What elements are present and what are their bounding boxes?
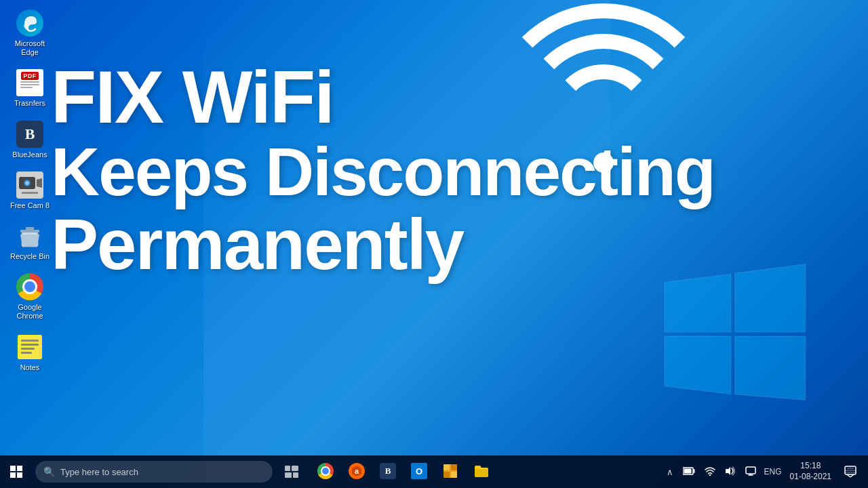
tray-language-indicator[interactable]: ENG bbox=[763, 467, 783, 476]
svg-point-6 bbox=[25, 181, 29, 185]
wifi-dot bbox=[593, 152, 614, 173]
desktop-icon-free-cam[interactable]: Free Cam 8 bbox=[5, 169, 54, 213]
svg-rect-33 bbox=[443, 472, 450, 478]
bluejeans-icon: B bbox=[16, 121, 43, 148]
bluejeans-label: BlueJeans bbox=[12, 150, 47, 159]
tray-notification-button[interactable] bbox=[838, 455, 863, 488]
svg-rect-36 bbox=[693, 469, 694, 473]
svg-rect-15 bbox=[21, 344, 39, 346]
svg-rect-13 bbox=[18, 335, 42, 359]
taskbar-app-bluejeans[interactable]: B bbox=[373, 455, 403, 488]
transfers-label: Trasnfers bbox=[14, 99, 45, 108]
tray-time: 15:18 bbox=[800, 461, 821, 472]
desktop-icon-transfers[interactable]: PDF Trasnfers bbox=[5, 66, 54, 110]
svg-rect-25 bbox=[293, 472, 298, 478]
wifi-symbol bbox=[475, 3, 732, 193]
taskbar-app-chrome[interactable] bbox=[311, 455, 340, 488]
freecam-icon bbox=[16, 171, 43, 199]
svg-rect-24 bbox=[285, 472, 292, 478]
taskbar-app-explorer[interactable] bbox=[435, 455, 465, 488]
start-button[interactable] bbox=[0, 455, 33, 488]
taskbar-explorer-icon bbox=[442, 463, 458, 479]
windows-start-icon bbox=[10, 466, 22, 478]
desktop-icon-bluejeans[interactable]: B BlueJeans bbox=[5, 118, 54, 162]
svg-point-38 bbox=[709, 474, 710, 475]
tray-show-hidden-button[interactable]: ∧ bbox=[664, 464, 676, 480]
svg-marker-39 bbox=[726, 467, 730, 475]
taskbar-chrome-icon bbox=[317, 463, 334, 479]
edge-icon bbox=[16, 9, 43, 37]
svg-rect-23 bbox=[292, 466, 298, 471]
svg-marker-18 bbox=[665, 274, 731, 332]
svg-rect-37 bbox=[684, 468, 691, 473]
chrome-label: Google Chrome bbox=[8, 303, 52, 321]
svg-text:O: O bbox=[416, 466, 422, 476]
svg-rect-22 bbox=[285, 466, 290, 471]
freecam-label: Free Cam 8 bbox=[10, 201, 50, 210]
svg-rect-9 bbox=[26, 227, 34, 230]
pdf-icon: PDF bbox=[16, 69, 43, 96]
taskbar-app-outlook[interactable]: O bbox=[404, 455, 434, 488]
system-tray: ∧ bbox=[664, 455, 868, 488]
search-icon: 🔍 bbox=[43, 466, 55, 477]
svg-rect-14 bbox=[21, 340, 39, 342]
svg-rect-16 bbox=[21, 348, 35, 350]
svg-rect-4 bbox=[22, 192, 38, 194]
desktop-icon-notes[interactable]: Notes bbox=[5, 331, 54, 375]
desktop: Microsoft Edge PDF Trasnfers B bbox=[0, 0, 868, 488]
tray-clock[interactable]: 15:18 01-08-2021 bbox=[787, 461, 834, 482]
tray-display-icon[interactable] bbox=[743, 464, 759, 481]
desktop-icon-google-chrome[interactable]: Google Chrome bbox=[5, 270, 54, 323]
svg-rect-31 bbox=[443, 464, 450, 470]
svg-rect-17 bbox=[21, 352, 32, 354]
task-view-button[interactable] bbox=[275, 455, 308, 488]
desktop-icon-microsoft-edge[interactable]: Microsoft Edge bbox=[5, 7, 54, 60]
desktop-icon-recycle-bin[interactable]: Recycle Bin bbox=[5, 220, 54, 264]
windows10-logo bbox=[644, 258, 834, 407]
svg-marker-21 bbox=[735, 336, 806, 400]
search-placeholder-text: Type here to search bbox=[60, 467, 138, 477]
svg-marker-19 bbox=[735, 264, 806, 332]
taskbar-avast-icon: a bbox=[349, 463, 365, 479]
tray-battery-icon[interactable] bbox=[680, 464, 698, 481]
svg-rect-34 bbox=[451, 472, 457, 478]
taskbar-folder-icon bbox=[473, 463, 490, 479]
svg-marker-3 bbox=[37, 178, 42, 188]
notes-icon bbox=[16, 333, 43, 361]
edge-label: Microsoft Edge bbox=[8, 39, 52, 57]
svg-marker-20 bbox=[665, 336, 731, 394]
taskbar-app-folder[interactable] bbox=[467, 455, 496, 488]
desktop-icon-list: Microsoft Edge PDF Trasnfers B bbox=[5, 7, 54, 375]
taskbar-search-bar[interactable]: 🔍 Type here to search bbox=[35, 461, 273, 483]
svg-text:a: a bbox=[355, 467, 359, 475]
taskbar-app-avast[interactable]: a bbox=[342, 455, 372, 488]
taskbar: 🔍 Type here to search a bbox=[0, 455, 868, 488]
tray-volume-icon[interactable] bbox=[722, 464, 738, 481]
recycle-bin-icon bbox=[16, 222, 43, 249]
taskbar-outlook-icon: O bbox=[411, 463, 427, 479]
tray-wifi-icon[interactable] bbox=[702, 464, 718, 481]
svg-rect-40 bbox=[746, 467, 755, 474]
taskbar-apps: a B O bbox=[311, 455, 496, 488]
svg-rect-32 bbox=[451, 464, 457, 470]
tray-date: 01-08-2021 bbox=[790, 472, 831, 483]
taskbar-bluejeans-icon: B bbox=[380, 463, 396, 479]
chrome-icon bbox=[16, 273, 43, 300]
notes-label: Notes bbox=[20, 363, 40, 372]
recycle-bin-label: Recycle Bin bbox=[10, 252, 50, 261]
